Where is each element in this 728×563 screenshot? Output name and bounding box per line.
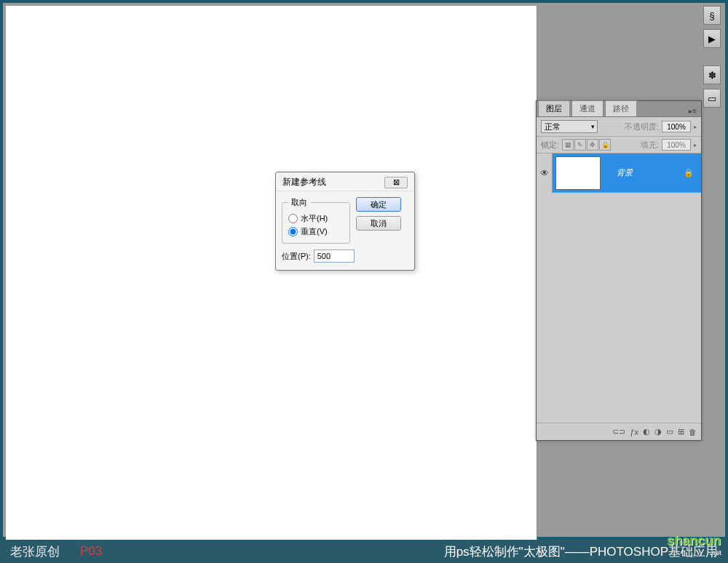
fill-value[interactable]: 100% (662, 139, 691, 151)
layer-list: 👁 背景 🔒 (537, 153, 701, 423)
lock-icon: 🔒 (684, 168, 694, 177)
chevron-icon[interactable]: ▸ (694, 142, 697, 148)
new-layer-icon[interactable]: ⊞ (678, 427, 684, 436)
tutorial-footer: 老张原创 P03 用ps轻松制作"太极图"——PHOTOSHOP基础应用 (0, 540, 728, 563)
radio-vertical-input[interactable] (288, 227, 298, 236)
opacity-label: 不透明度: (625, 121, 659, 132)
fill-label: 填充: (641, 140, 659, 151)
history-icon[interactable]: § (703, 6, 721, 25)
close-icon[interactable]: ⊠ (384, 177, 408, 188)
app-frame: § ▶ ✽ ▭ 图层 通道 路径 ▸≡ 正常 不透明度: 100% ▸ 锁定: … (0, 0, 728, 540)
layer-thumbnail[interactable] (555, 156, 601, 190)
radio-horizontal-input[interactable] (288, 214, 298, 223)
tab-layers[interactable]: 图层 (538, 100, 570, 116)
right-toolbar: § ▶ ✽ ▭ (703, 6, 722, 112)
blend-mode-select[interactable]: 正常 (541, 120, 598, 133)
watermark: shancun.net (667, 533, 721, 556)
trash-icon[interactable]: 🗑 (689, 428, 697, 436)
dialog-title: 新建参考线 (282, 176, 326, 188)
radio-horizontal[interactable]: 水平(H) (288, 213, 344, 224)
mask-icon[interactable]: ◐ (643, 427, 650, 436)
cancel-button[interactable]: 取消 (356, 216, 401, 231)
gear-icon[interactable]: ✽ (703, 65, 721, 84)
blend-row: 正常 不透明度: 100% ▸ (537, 117, 701, 137)
position-label: 位置(P): (282, 251, 311, 262)
page-number: P03 (80, 544, 102, 559)
panel-menu-icon[interactable]: ▸≡ (684, 105, 701, 116)
canvas[interactable] (6, 6, 537, 540)
author-label: 老张原创 (10, 543, 60, 560)
layer-name[interactable]: 背景 (617, 167, 633, 178)
visibility-eye-icon[interactable]: 👁 (537, 153, 553, 193)
dialog-titlebar[interactable]: 新建参考线 ⊠ (276, 172, 414, 191)
layer-row[interactable]: 👁 背景 🔒 (537, 153, 701, 193)
layers-panel: 图层 通道 路径 ▸≡ 正常 不透明度: 100% ▸ 锁定: ▦ ✎ ✥ 🔒 … (536, 100, 702, 441)
fx-icon[interactable]: ƒx (630, 428, 638, 436)
fieldset-legend: 取向 (288, 197, 310, 208)
lock-all-icon[interactable]: 🔒 (599, 139, 611, 151)
lock-row: 锁定: ▦ ✎ ✥ 🔒 填充: 100% ▸ (537, 137, 701, 153)
adjust-icon[interactable]: ◑ (654, 427, 662, 436)
panel-footer: ⊂⊃ ƒx ◐ ◑ ▭ ⊞ 🗑 (537, 423, 701, 440)
lock-pixels-icon[interactable]: ▦ (562, 139, 574, 151)
position-input[interactable] (314, 249, 355, 263)
chevron-icon[interactable]: ▸ (694, 124, 697, 130)
ok-button[interactable]: 确定 (356, 197, 401, 212)
new-guide-dialog: 新建参考线 ⊠ 取向 水平(H) 垂直(V) 确定 取消 位置(P): (275, 172, 415, 271)
folder-icon[interactable]: ▭ (666, 427, 673, 436)
tab-channels[interactable]: 通道 (571, 100, 604, 116)
image-icon[interactable]: ▭ (703, 89, 721, 108)
lock-brush-icon[interactable]: ✎ (574, 139, 586, 151)
opacity-value[interactable]: 100% (662, 121, 691, 132)
lock-move-icon[interactable]: ✥ (587, 139, 598, 151)
link-icon[interactable]: ⊂⊃ (612, 427, 625, 436)
orientation-fieldset: 取向 水平(H) 垂直(V) (282, 197, 350, 244)
tab-paths[interactable]: 路径 (605, 100, 637, 116)
lock-label: 锁定: (541, 140, 559, 151)
panel-tabs: 图层 通道 路径 ▸≡ (537, 101, 701, 117)
radio-vertical[interactable]: 垂直(V) (288, 226, 344, 237)
action-icon[interactable]: ▶ (703, 29, 721, 48)
